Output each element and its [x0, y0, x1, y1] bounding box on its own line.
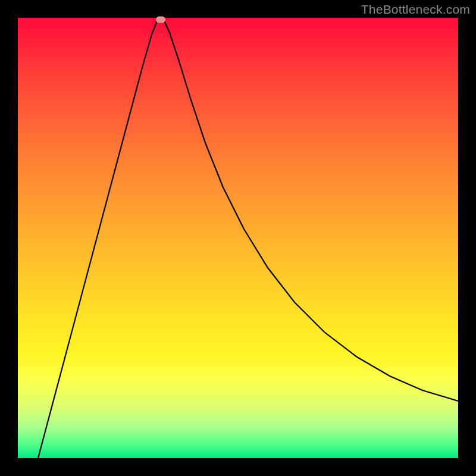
plot-area: [18, 18, 458, 458]
chart-frame: TheBottleneck.com: [0, 0, 476, 476]
watermark-text: TheBottleneck.com: [361, 2, 470, 17]
minimum-marker: [156, 17, 165, 23]
bottleneck-curve: [18, 18, 458, 458]
curve-path: [38, 18, 458, 458]
